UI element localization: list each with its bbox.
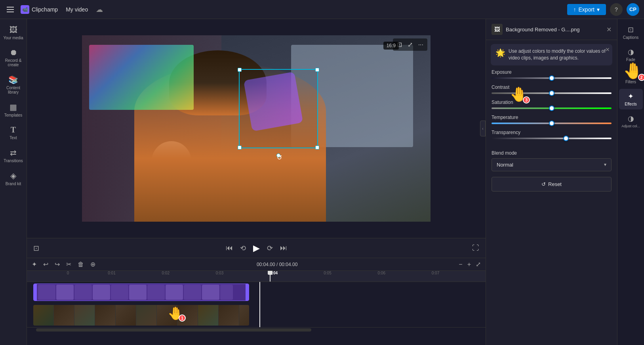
sidebar-item-label: Brand kit bbox=[6, 182, 21, 186]
handle-tr[interactable] bbox=[315, 68, 319, 72]
export-label: Export bbox=[579, 6, 594, 13]
cut-button[interactable]: ✂ bbox=[65, 260, 73, 269]
fullscreen-button[interactable]: ⛶ bbox=[472, 244, 479, 252]
timeline-scrollbar[interactable] bbox=[27, 327, 486, 332]
media-track-strip[interactable] bbox=[33, 305, 249, 326]
export-icon: ↑ bbox=[574, 6, 576, 13]
handle-bl[interactable] bbox=[238, 146, 242, 150]
blend-mode-select[interactable]: Normal ▾ bbox=[492, 158, 612, 171]
media-thumb-3 bbox=[74, 305, 95, 326]
track-segment bbox=[147, 285, 165, 300]
transparency-slider-track[interactable] bbox=[492, 138, 612, 139]
app-logo[interactable]: 📹 Clipchamp bbox=[21, 5, 58, 14]
contrast-slider-thumb[interactable] bbox=[549, 90, 554, 96]
transparency-slider-thumb[interactable] bbox=[563, 136, 569, 141]
delete-button[interactable]: 🗑 bbox=[76, 260, 86, 269]
your-media-icon: 🖼 bbox=[10, 25, 17, 34]
export-button[interactable]: ↑ Export ▾ bbox=[567, 4, 606, 15]
rewind-button[interactable]: ⟲ bbox=[240, 244, 246, 253]
caption-toggle-button[interactable]: ⊡ bbox=[33, 244, 39, 253]
preview-frame: ↺ bbox=[82, 35, 431, 222]
media-thumb-4 bbox=[95, 305, 116, 326]
sidebar-item-text[interactable]: T Text bbox=[2, 122, 25, 143]
preview-area: ↺ ⊡ ⤢ ··· 16:9 ‹ bbox=[27, 19, 486, 238]
tab-adjust-colors-label: Adjust col... bbox=[621, 124, 640, 128]
play-button[interactable]: ▶ bbox=[253, 243, 260, 253]
tab-fade[interactable]: ◑ Fade bbox=[619, 44, 643, 65]
tooltip-close-button[interactable]: ✕ bbox=[605, 46, 610, 53]
tab-filters[interactable]: ⊘ Filters bbox=[619, 67, 643, 87]
ruler-playhead bbox=[270, 271, 271, 282]
sidebar-item-content-library[interactable]: 📚 Content library bbox=[2, 72, 25, 98]
sidebar-item-your-media[interactable]: 🖼 Your media bbox=[2, 22, 25, 43]
video-title[interactable]: My video bbox=[63, 5, 91, 14]
temperature-slider-thumb[interactable] bbox=[549, 121, 554, 126]
track-segment bbox=[111, 285, 128, 300]
zoom-out-button[interactable]: − bbox=[457, 260, 464, 269]
saturation-slider-thumb[interactable] bbox=[549, 105, 554, 111]
handle-br[interactable] bbox=[315, 146, 319, 150]
more-button[interactable]: ··· bbox=[417, 40, 425, 49]
temperature-slider-row: Temperature bbox=[492, 115, 612, 124]
menu-button[interactable] bbox=[5, 4, 16, 15]
exposure-label: Exposure bbox=[492, 69, 612, 75]
skip-forward-button[interactable]: ⏭ bbox=[280, 244, 287, 252]
redo-button[interactable]: ↪ bbox=[53, 260, 61, 269]
saturation-slider-track[interactable] bbox=[492, 107, 612, 109]
captions-icon: ⊡ bbox=[628, 25, 634, 34]
blend-mode-chevron: ▾ bbox=[604, 162, 606, 167]
scrollbar-thumb bbox=[36, 328, 311, 332]
sidebar-item-label: Text bbox=[10, 136, 17, 140]
select-tool-button[interactable]: ✦ bbox=[30, 260, 38, 269]
zoom-in-button[interactable]: + bbox=[466, 260, 473, 269]
panel-close-button[interactable]: ✕ bbox=[606, 26, 612, 33]
filters-icon: ⊘ bbox=[628, 70, 634, 79]
add-button[interactable]: ⊕ bbox=[89, 260, 97, 269]
track-segment bbox=[74, 285, 92, 300]
sidebar-item-templates[interactable]: ▦ Templates bbox=[2, 99, 25, 121]
app-name: Clipchamp bbox=[32, 6, 58, 13]
track-handle-left[interactable] bbox=[34, 284, 37, 301]
sidebar-item-brand-kit[interactable]: ◈ Brand kit bbox=[2, 168, 25, 189]
topbar: 📹 Clipchamp My video ☁ ↑ Export ▾ ? CP bbox=[0, 0, 644, 19]
resize-button[interactable]: ⤢ bbox=[406, 40, 414, 49]
temperature-slider-track[interactable] bbox=[492, 123, 612, 124]
exposure-slider-track[interactable] bbox=[492, 77, 612, 79]
tab-captions[interactable]: ⊡ Captions bbox=[619, 22, 643, 43]
track-segment bbox=[202, 285, 219, 300]
export-chevron: ▾ bbox=[597, 6, 600, 13]
transparency-slider-row: Transparency bbox=[492, 130, 612, 139]
effects-icon: ✦ bbox=[628, 92, 634, 101]
track-segment-last bbox=[220, 285, 233, 300]
skip-back-button[interactable]: ⏮ bbox=[226, 244, 233, 252]
purple-track-strip[interactable] bbox=[33, 284, 249, 301]
reset-button[interactable]: ↺ Reset bbox=[492, 177, 612, 192]
panel-header-icon: 🖼 bbox=[492, 24, 503, 35]
handle-tl[interactable] bbox=[238, 68, 242, 72]
sidebar-item-record-create[interactable]: ⏺ Record & create bbox=[2, 45, 25, 70]
expand-timeline-button[interactable]: ⤢ bbox=[474, 260, 482, 269]
sidebar-item-transitions[interactable]: ⇄ Transitions bbox=[2, 145, 25, 166]
track-handle-right[interactable] bbox=[246, 284, 249, 301]
handle-rotate[interactable]: ↺ bbox=[276, 153, 280, 157]
panel-header: 🖼 Background Removed - G....png ✕ bbox=[486, 19, 617, 40]
exposure-slider-thumb[interactable] bbox=[549, 75, 554, 81]
transitions-icon: ⇄ bbox=[10, 148, 17, 157]
tab-effects[interactable]: ✦ Effects bbox=[619, 89, 643, 109]
media-thumb-2 bbox=[54, 305, 74, 326]
contrast-slider-row: Contrast bbox=[492, 84, 612, 94]
help-button[interactable]: ? bbox=[610, 3, 623, 16]
ruler-mark-1: 0:01 bbox=[108, 271, 115, 275]
tab-adjust-colors[interactable]: ◑ Adjust col... bbox=[619, 111, 643, 131]
undo-button[interactable]: ↩ bbox=[42, 260, 50, 269]
panel-header-title: Background Removed - G....png bbox=[506, 27, 603, 33]
avatar-button[interactable]: CP bbox=[627, 3, 639, 16]
forward-button[interactable]: ⟳ bbox=[267, 244, 273, 253]
brand-kit-icon: ◈ bbox=[10, 171, 16, 180]
selection-box[interactable]: ↺ bbox=[239, 69, 318, 148]
playhead-top bbox=[268, 271, 272, 275]
contrast-slider-track[interactable] bbox=[492, 92, 612, 94]
temperature-label: Temperature bbox=[492, 115, 612, 120]
panel-collapse-button[interactable]: ‹ bbox=[480, 121, 486, 136]
ruler-mark-0: 0 bbox=[67, 271, 69, 275]
